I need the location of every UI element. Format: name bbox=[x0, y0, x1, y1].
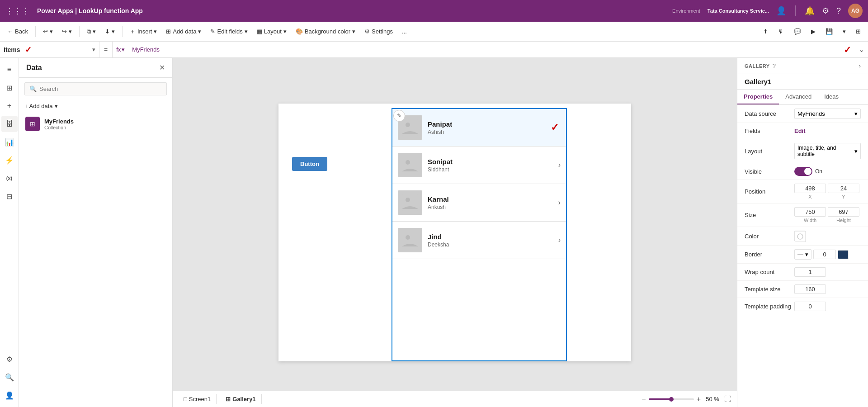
back-button[interactable]: ← Back bbox=[4, 26, 32, 37]
gallery-item-arrow[interactable]: › bbox=[558, 161, 561, 169]
bg-color-chevron: ▾ bbox=[352, 28, 355, 35]
wrap-count-input[interactable] bbox=[794, 267, 826, 277]
tab-advanced[interactable]: Advanced bbox=[779, 90, 818, 104]
hamburger-icon[interactable]: ≡ bbox=[1, 62, 18, 78]
components-icon[interactable]: ⊟ bbox=[1, 188, 18, 204]
save-chevron[interactable]: ▾ bbox=[839, 26, 849, 37]
wrap-count-row: Wrap count bbox=[737, 264, 868, 281]
border-style-dropdown[interactable]: — ▾ bbox=[794, 249, 811, 260]
data-panel-header: Data ✕ bbox=[19, 58, 172, 78]
media-icon[interactable]: 📊 bbox=[1, 134, 18, 150]
search-icon[interactable]: 🔍 bbox=[1, 369, 18, 385]
formula-expand-icon[interactable]: ⌄ bbox=[855, 45, 868, 54]
gallery-item[interactable]: Panipat Ashish ✓ bbox=[392, 109, 566, 147]
apps-icon[interactable]: ⋮⋮⋮ bbox=[5, 6, 30, 16]
env-name: Tata Consultancy Servic... bbox=[708, 8, 769, 14]
visible-toggle[interactable] bbox=[794, 167, 812, 176]
person-icon[interactable]: 👤 bbox=[776, 6, 786, 16]
svg-point-7 bbox=[406, 235, 410, 240]
insert-icon[interactable]: + bbox=[1, 98, 18, 114]
collection-item[interactable]: ⊞ MyFriends Collection bbox=[19, 112, 172, 136]
publish-button[interactable]: ⊞ bbox=[852, 26, 864, 37]
gear-icon[interactable]: ⚙ bbox=[822, 6, 829, 16]
zoom-controls: − + 50 % ⛶ bbox=[642, 395, 731, 403]
xy-inputs bbox=[794, 184, 861, 193]
data-icon[interactable]: 🗄 bbox=[1, 116, 18, 132]
panel-section-label: GALLERY bbox=[745, 63, 770, 69]
bg-color-button[interactable]: 🎨 Background color ▾ bbox=[292, 26, 359, 37]
gallery-item-info: Karnal Ankush bbox=[428, 195, 558, 210]
paste-button[interactable]: ⬇ ▾ bbox=[101, 26, 118, 37]
environment-info[interactable]: Tata Consultancy Servic... bbox=[708, 8, 769, 14]
expand-button[interactable]: › bbox=[859, 62, 861, 69]
color-swatch[interactable] bbox=[794, 231, 805, 241]
variables-icon[interactable]: (x) bbox=[1, 170, 18, 186]
play-button[interactable]: ▶ bbox=[807, 26, 819, 37]
zoom-out-button[interactable]: − bbox=[642, 395, 646, 403]
help-icon[interactable]: ? bbox=[773, 62, 776, 69]
layout-dropdown[interactable]: Image, title, and subtitle ▾ bbox=[794, 143, 861, 159]
formula-input[interactable] bbox=[128, 46, 844, 53]
position-y-input[interactable] bbox=[828, 184, 859, 193]
insert-chevron: ▾ bbox=[154, 28, 157, 35]
edit-fields-button[interactable]: ✎ Edit fields ▾ bbox=[207, 26, 251, 37]
template-padding-input[interactable] bbox=[794, 302, 826, 311]
save-button[interactable]: 💾 bbox=[822, 26, 836, 37]
fields-edit-button[interactable]: Edit bbox=[794, 128, 806, 134]
gallery-container[interactable]: ✎ Panipat Ashish ✓ bbox=[392, 108, 567, 361]
visible-row: Visible On bbox=[737, 163, 868, 180]
data-search[interactable]: 🔍 bbox=[24, 82, 167, 95]
tree-view-icon[interactable]: ⊞ bbox=[1, 80, 18, 96]
fx-button[interactable]: fx ▾ bbox=[113, 46, 128, 53]
undo-icon: ↩ bbox=[43, 28, 48, 35]
tab-ideas[interactable]: Ideas bbox=[818, 90, 845, 104]
share-button[interactable]: ⬆ bbox=[760, 26, 772, 37]
expand-icon[interactable]: ⛶ bbox=[724, 395, 731, 403]
layout-button[interactable]: ▦ Layout ▾ bbox=[253, 26, 290, 37]
account-icon[interactable]: 👤 bbox=[1, 387, 18, 403]
property-selector[interactable]: Items ✓ ▾ bbox=[0, 42, 99, 57]
gallery-item-arrow[interactable]: › bbox=[558, 199, 561, 207]
zoom-in-button[interactable]: + bbox=[697, 395, 701, 403]
power-automate-icon[interactable]: ⚡ bbox=[1, 152, 18, 168]
height-input[interactable] bbox=[828, 207, 859, 217]
screen-tab[interactable]: □ Screen1 bbox=[178, 394, 217, 404]
toolbar-right: ⬆ 🎙 💬 ▶ 💾 ▾ ⊞ bbox=[760, 26, 864, 37]
gallery-item[interactable]: Karnal Ankush › bbox=[392, 184, 566, 222]
data-panel: Data ✕ 🔍 + Add data ▾ ⊞ MyFriends Collec… bbox=[19, 58, 173, 407]
back-label: Back bbox=[15, 28, 28, 35]
zoom-percent-label: 50 % bbox=[703, 396, 722, 402]
more-button[interactable]: ... bbox=[398, 26, 410, 37]
bell-icon[interactable]: 🔔 bbox=[805, 6, 815, 16]
redo-button[interactable]: ↪ ▾ bbox=[58, 26, 75, 37]
gallery-item[interactable]: Sonipat Siddhant › bbox=[392, 147, 566, 184]
chat-button[interactable]: 💬 bbox=[790, 26, 805, 37]
border-color-swatch[interactable] bbox=[838, 250, 849, 259]
gallery-item[interactable]: Jind Deeksha › bbox=[392, 222, 566, 259]
help-icon[interactable]: ? bbox=[836, 6, 841, 16]
template-size-input[interactable] bbox=[794, 284, 826, 294]
border-value-input[interactable] bbox=[813, 250, 836, 259]
edit-fields-chevron: ▾ bbox=[245, 28, 248, 35]
undo-button[interactable]: ↩ ▾ bbox=[39, 26, 57, 37]
add-data-button[interactable]: ⊞ Add data ▾ bbox=[162, 26, 205, 37]
tab-properties[interactable]: Properties bbox=[737, 90, 779, 104]
comment-button[interactable]: 🎙 bbox=[774, 26, 788, 37]
close-button[interactable]: ✕ bbox=[159, 63, 165, 72]
canvas-screen[interactable]: Button ✎ bbox=[278, 104, 631, 361]
data-source-dropdown[interactable]: MyFriends ▾ bbox=[794, 109, 861, 119]
add-data-button[interactable]: + Add data ▾ bbox=[19, 100, 172, 112]
width-input[interactable] bbox=[794, 207, 826, 217]
avatar[interactable]: AG bbox=[848, 4, 863, 18]
position-x-input[interactable] bbox=[794, 184, 826, 193]
canvas-button[interactable]: Button bbox=[292, 157, 327, 171]
settings-icon[interactable]: ⚙ bbox=[1, 351, 18, 367]
gallery-item-arrow[interactable]: › bbox=[558, 236, 561, 244]
gallery-tab[interactable]: ⊞ Gallery1 bbox=[220, 394, 261, 404]
zoom-slider[interactable] bbox=[649, 398, 694, 400]
search-input[interactable] bbox=[39, 85, 162, 92]
copy-button[interactable]: ⧉ ▾ bbox=[83, 26, 99, 37]
insert-button[interactable]: ＋ Insert ▾ bbox=[126, 26, 161, 38]
settings-button[interactable]: ⚙ Settings bbox=[361, 26, 396, 37]
gallery-edit-icon[interactable]: ✎ bbox=[393, 110, 405, 122]
